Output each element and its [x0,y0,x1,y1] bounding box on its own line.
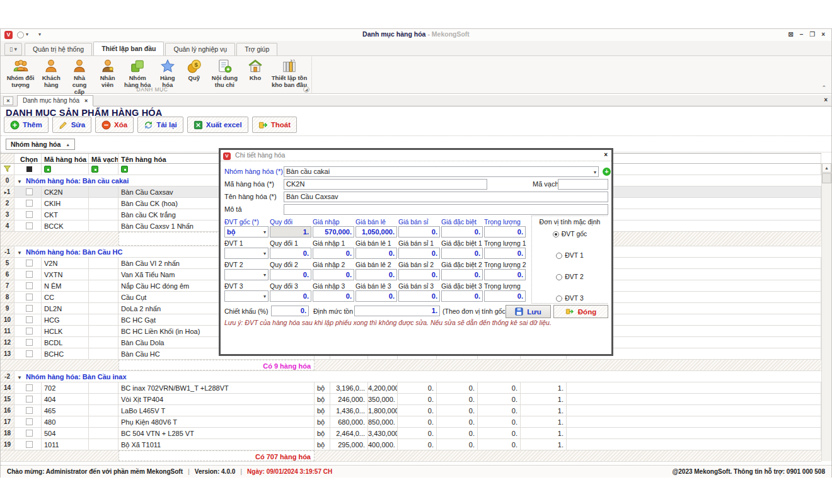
stock-norm-input[interactable]: 1. [354,306,440,316]
fit-window-icon[interactable]: ⊠ [788,31,793,38]
row-checkbox[interactable] [26,211,33,218]
discount-input[interactable]: 0. [271,306,309,316]
row-checkbox[interactable] [26,430,33,437]
row-checkbox[interactable] [26,350,33,357]
add-group-icon[interactable]: + [603,168,611,176]
ribbon-item-product[interactable]: Hàng hóa [154,57,181,89]
scrollbar-thumb[interactable] [822,173,831,183]
filter-funnel-icon[interactable] [3,164,11,173]
default-unit-option-0[interactable]: ĐVT gốc [532,230,608,238]
refresh-button[interactable]: Tải lại [137,117,183,133]
ribbon-tab-quản-trị-hệ-thống[interactable]: Quản trị hệ thống [25,43,92,55]
unit-grid-input[interactable]: 0. [270,269,311,280]
desc-input[interactable] [284,204,608,215]
group-header-row[interactable]: -2▼ Nhóm hàng hóa: Bàn Cầu inax [1,371,821,382]
row-checkbox[interactable] [26,407,33,414]
ribbon-tab-thiết-lập-ban-đầu[interactable]: Thiết lập ban đầu [93,42,164,55]
tab-danh-muc-hang-hoa[interactable]: Danh mục hàng hóa× [17,95,93,106]
unit-grid-input[interactable]: 0. [441,269,483,280]
unit-grid-input[interactable]: 0. [270,290,311,302]
restore-icon[interactable]: ❐ [809,31,815,38]
group-by-button[interactable]: Nhóm hàng hóa ▲ [6,139,75,150]
table-row[interactable]: 17480Phụ Kiện 480V6 Tbộ680,000.850,000.0… [1,416,821,428]
group-footer-row[interactable]: Có 707 hàng hóa [1,450,821,462]
table-row[interactable]: 191011Bộ Xã T1011bộ295,000.400,000.0.0.0… [1,439,821,450]
row-checkbox[interactable] [26,384,33,391]
collapse-group-icon[interactable]: ▼ [17,179,22,185]
ribbon-tab-trợ-giúp[interactable]: Trợ giúp [236,43,277,55]
unit-grid-input[interactable]: 0. [484,269,526,280]
minimize-icon[interactable]: – [800,31,804,38]
filter-edit-icon[interactable] [91,166,98,173]
ribbon-item-fund[interactable]: $Quỹ [181,57,207,83]
row-checkbox[interactable] [26,271,33,278]
unit-grid-input[interactable]: 570,000. [313,226,354,238]
ribbon-item-product-group[interactable]: Nhóm hàng hóa [121,57,154,89]
ribbon-item-customer[interactable]: Khách hàng [38,57,64,89]
row-checkbox[interactable] [26,282,33,289]
dialog-title-bar[interactable]: V Chi tiết hàng hóa × [221,150,611,161]
close-button[interactable]: Đóng [553,305,608,318]
unit-grid-input[interactable]: 0. [484,248,526,259]
save-button[interactable]: Lưu [506,305,551,318]
group-combobox[interactable]: Bàn cầu cakai ▾ [284,166,599,177]
close-tab-icon[interactable]: × [84,98,88,104]
ribbon-item-warehouse[interactable]: Kho [242,57,269,83]
row-checkbox[interactable] [26,328,33,335]
row-checkbox[interactable] [26,294,33,301]
unit-grid-input[interactable]: 1. [270,226,311,238]
vertical-scrollbar[interactable]: ▲ [821,163,831,461]
ribbon-item-initial-stock[interactable]: Thiết lập tồn kho ban đầu [269,57,310,89]
group-dialog-launcher-icon[interactable]: ◢ [303,86,309,93]
close-document-icon[interactable]: × [824,96,828,103]
unit-grid-input[interactable]: 0. [441,248,483,259]
table-row[interactable]: 18504BC 504 VTN + L285 VTbộ2,464,0...3,4… [1,428,821,439]
row-checkbox[interactable] [26,188,33,195]
filter-edit-icon[interactable] [44,166,51,173]
unit-combobox[interactable]: ▾ [224,290,269,302]
table-row[interactable]: 16465LaBo L465V Tbộ1,436,0...1,800,000.0… [1,405,821,416]
table-row[interactable]: 14702BC inax 702VRN/BW1_T +L288VTbộ3,196… [1,382,821,394]
ribbon-tab-quản-lý-nghiệp-vụ[interactable]: Quản lý nghiệp vụ [165,43,235,55]
row-checkbox[interactable] [26,316,33,323]
ribbon-item-employee[interactable]: Nhân viên [95,57,121,89]
unit-grid-input[interactable]: 0. [484,226,526,238]
name-input[interactable]: Bàn Cầu Caxsav [284,192,608,202]
unit-combobox[interactable]: ▾ [224,269,269,280]
select-all-checkbox[interactable] [26,166,32,172]
unit-grid-input[interactable]: 0. [398,248,440,259]
row-checkbox[interactable] [26,396,33,403]
unit-grid-input[interactable]: 0. [355,248,397,259]
unit-grid-input[interactable]: 0. [313,248,354,259]
row-checkbox[interactable] [26,222,33,229]
collapse-group-icon[interactable]: ▼ [17,250,22,256]
unit-grid-input[interactable]: 0. [398,269,440,280]
add-button[interactable]: Thêm [4,117,49,133]
collapse-ribbon-icon[interactable]: ⌃ [821,84,826,91]
unit-grid-input[interactable]: 0. [441,290,483,302]
filter-edit-icon[interactable] [121,166,128,173]
exit-button[interactable]: Thoát [252,117,297,133]
delete-button[interactable]: Xóa [95,117,134,133]
default-unit-option-3[interactable]: ĐVT 3 [532,294,608,302]
row-checkbox[interactable] [26,339,33,346]
barcode-input[interactable] [558,179,608,190]
unit-grid-input[interactable]: 0. [484,290,526,302]
table-row[interactable]: 15404Vòi Xịt TP404bộ246,000.350,000.0.0.… [1,394,821,405]
unit-grid-input[interactable]: 0. [313,290,354,302]
row-checkbox[interactable] [26,200,33,207]
row-checkbox[interactable] [26,305,33,312]
code-input[interactable]: CK2N [284,179,487,190]
unit-grid-input[interactable]: 0. [355,269,397,280]
close-window-icon[interactable]: × [821,31,825,38]
unit-grid-input[interactable]: 1,050,000. [355,226,397,238]
close-dialog-icon[interactable]: × [604,151,608,158]
unit-grid-input[interactable]: 0. [441,226,483,238]
group-footer-row[interactable]: Có 9 hàng hóa [1,360,821,371]
unit-grid-input[interactable]: 0. [398,290,440,302]
collapse-group-icon[interactable]: ▼ [17,375,22,381]
default-unit-option-2[interactable]: ĐVT 2 [532,273,608,280]
row-checkbox[interactable] [26,260,33,266]
ribbon-item-people-group[interactable]: Nhóm đối tượng [3,57,38,89]
edit-button[interactable]: Sửa [52,117,91,133]
